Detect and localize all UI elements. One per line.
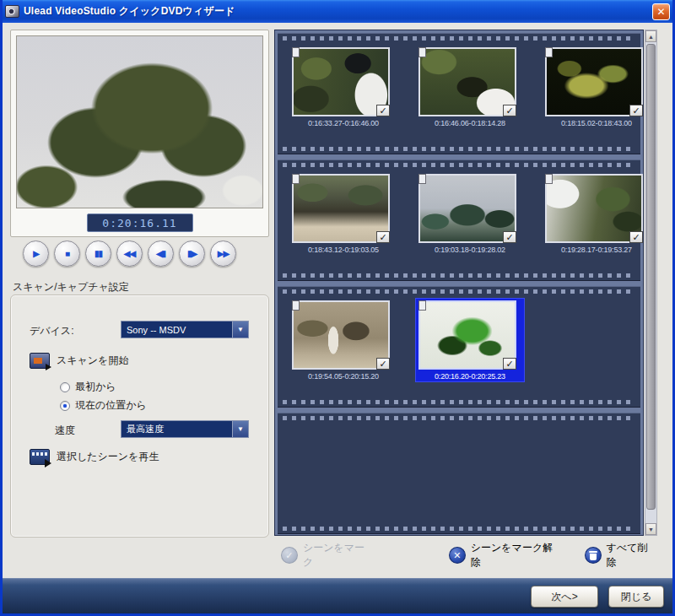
- speed-label: 速度: [55, 424, 75, 438]
- scene-timecode: 0:16:46.06-0:18:14.28: [418, 119, 521, 127]
- scene-timecode: 0:16:33.27-0:16:46.00: [292, 119, 395, 127]
- dialog-window: Ulead VideoStudio クイックDVDウィザード ✕ 0:20:16…: [0, 0, 675, 616]
- radio-from-current-label: 現在の位置から: [75, 398, 147, 413]
- device-dropdown-value: Sony -- MSDV: [127, 325, 186, 335]
- mark-scene-button: ✓ シーンをマーク: [281, 541, 375, 570]
- rewind-button[interactable]: ◀◀: [116, 240, 143, 267]
- scan-start-icon: [30, 353, 50, 369]
- scene-thumbnail-image: [420, 49, 515, 115]
- play-button[interactable]: ▶: [23, 240, 49, 267]
- check-icon[interactable]: ✓: [503, 358, 516, 370]
- check-icon[interactable]: ✓: [503, 105, 516, 116]
- scene-timecode: 0:19:03.18-0:19:28.02: [418, 246, 521, 254]
- unmark-x-icon[interactable]: ✕: [449, 547, 466, 564]
- scroll-down-icon[interactable]: ▼: [645, 523, 656, 535]
- filmstrip-scrollbar[interactable]: ▲ ▼: [645, 30, 657, 536]
- window-title: Ulead VideoStudio クイックDVDウィザード: [24, 4, 235, 19]
- scene-number-badge: [292, 174, 300, 184]
- scene-number-badge: [418, 47, 426, 57]
- scene-number-badge: [545, 47, 553, 57]
- radio-off-icon[interactable]: [60, 382, 70, 392]
- video-preview-image: [16, 35, 263, 208]
- step-back-button[interactable]: ◀▮: [148, 240, 174, 267]
- next-button[interactable]: 次へ>: [531, 586, 598, 608]
- scene-thumbnail[interactable]: ✓ 0:16:46.06-0:18:14.28: [416, 46, 524, 128]
- scene-timecode: 0:18:15.02-0:18:43.00: [545, 119, 648, 127]
- filmstrip-row: [278, 413, 640, 534]
- scene-thumbnail-image: [294, 176, 388, 241]
- scene-thumbnail[interactable]: ✓ 0:19:54.05-0:20:15.20: [289, 299, 397, 381]
- check-icon[interactable]: ✓: [629, 105, 643, 116]
- filmstrip-holes: [283, 273, 635, 278]
- mark-scene-label: シーンをマーク: [303, 541, 375, 570]
- settings-groupbox: デバイス: Sony -- MSDV ▼ スキャンを開始 最初から 現在の位置か…: [10, 294, 269, 538]
- check-icon[interactable]: ✓: [503, 231, 516, 243]
- scene-thumbnail[interactable]: ✓ 0:19:03.18-0:19:28.02: [416, 172, 524, 255]
- timecode-display: 0:20:16.11: [87, 213, 193, 232]
- scene-timecode: 0:20:16.20-0:20:25.23: [418, 372, 521, 381]
- scrollbar-thumb[interactable]: [646, 44, 656, 510]
- delete-all-button[interactable]: すべて削除: [585, 541, 657, 570]
- pause-button[interactable]: ▮▮: [85, 240, 111, 267]
- filmstrip-holes: [283, 527, 635, 531]
- check-icon[interactable]: ✓: [629, 231, 643, 243]
- scene-number-badge: [418, 300, 426, 311]
- scene-thumbnail-image: [547, 49, 641, 115]
- scene-thumbnail[interactable]: ✓ 0:16:33.27-0:16:46.00: [289, 46, 397, 128]
- scene-thumbnail-image: [294, 49, 388, 115]
- chevron-down-icon[interactable]: ▼: [232, 322, 248, 338]
- title-bar: Ulead VideoStudio クイックDVDウィザード ✕: [0, 0, 675, 23]
- scene-timecode: 0:19:28.17-0:19:53.27: [545, 246, 648, 254]
- filmstrip-row: ✓ 0:19:54.05-0:20:15.20 ✓ 0:20:16.20-0:2…: [278, 286, 640, 408]
- speed-dropdown[interactable]: 最高速度 ▼: [121, 420, 249, 438]
- chevron-down-icon[interactable]: ▼: [232, 421, 248, 437]
- scene-thumbnail[interactable]: ✓ 0:20:16.20-0:20:25.23: [416, 299, 524, 381]
- scene-thumbnail-image: [294, 302, 388, 368]
- radio-on-icon[interactable]: [60, 401, 70, 411]
- scene-number-badge: [292, 47, 300, 57]
- unmark-scene-button[interactable]: ✕ シーンをマーク解除: [449, 541, 563, 570]
- check-icon[interactable]: ✓: [376, 105, 390, 116]
- fast-forward-button[interactable]: ▶▶: [210, 240, 236, 267]
- radio-from-start[interactable]: 最初から: [60, 380, 116, 394]
- delete-all-label: すべて削除: [607, 541, 658, 570]
- scene-thumbnail-image: [420, 176, 515, 241]
- close-icon[interactable]: ✕: [652, 3, 670, 20]
- video-preview-frame: 0:20:16.11: [10, 30, 269, 237]
- play-scene-icon: [30, 449, 50, 465]
- scene-thumbnail[interactable]: ✓ 0:18:15.02-0:18:43.00: [543, 46, 651, 128]
- close-button[interactable]: 閉じる: [608, 586, 664, 608]
- transport-controls: ▶■▮▮◀◀◀▮▮▶▶▶: [23, 240, 259, 267]
- app-icon: [5, 5, 19, 18]
- filmstrip-holes: [283, 400, 635, 404]
- scene-thumbnail-image: [420, 302, 515, 368]
- scene-timecode: 0:19:54.05-0:20:15.20: [292, 372, 395, 381]
- scene-number-badge: [545, 174, 553, 184]
- radio-from-current[interactable]: 現在の位置から: [60, 398, 147, 413]
- settings-heading: スキャン/キャプチャ設定: [13, 280, 129, 294]
- scene-thumbnail[interactable]: ✓ 0:19:28.17-0:19:53.27: [543, 172, 651, 255]
- filmstrip-holes: [283, 147, 635, 151]
- filmstrip-row: ✓ 0:18:43.12-0:19:03.05 ✓ 0:19:03.18-0:1…: [278, 159, 640, 281]
- play-selected-label: 選択したシーンを再生: [57, 450, 159, 464]
- play-selected-scene[interactable]: 選択したシーンを再生: [30, 449, 159, 465]
- unmark-scene-label: シーンをマーク解除: [471, 541, 563, 570]
- scene-timecode: 0:18:43.12-0:19:03.05: [292, 246, 395, 254]
- scene-number-badge: [292, 300, 300, 311]
- device-dropdown[interactable]: Sony -- MSDV ▼: [121, 321, 249, 338]
- scene-actions: ✓ シーンをマーク ✕ シーンをマーク解除 すべて削除: [274, 543, 657, 567]
- footer-bar: 次へ> 閉じる: [3, 578, 672, 613]
- scroll-up-icon[interactable]: ▲: [645, 30, 656, 42]
- speed-dropdown-value: 最高速度: [127, 423, 164, 435]
- scene-filmstrip-panel: ✓ 0:16:33.27-0:16:46.00 ✓ 0:16:46.06-0:1…: [274, 30, 644, 536]
- check-icon[interactable]: ✓: [376, 231, 390, 243]
- scene-number-badge: [418, 174, 426, 184]
- step-forward-button[interactable]: ▮▶: [179, 240, 205, 267]
- device-label: デバイス:: [30, 324, 73, 338]
- trash-icon[interactable]: [585, 547, 602, 564]
- stop-button[interactable]: ■: [54, 240, 80, 267]
- scene-thumbnail[interactable]: ✓ 0:18:43.12-0:19:03.05: [289, 172, 397, 255]
- check-icon[interactable]: ✓: [376, 358, 390, 370]
- scene-thumbnail-image: [547, 176, 641, 241]
- mark-check-icon: ✓: [281, 547, 298, 564]
